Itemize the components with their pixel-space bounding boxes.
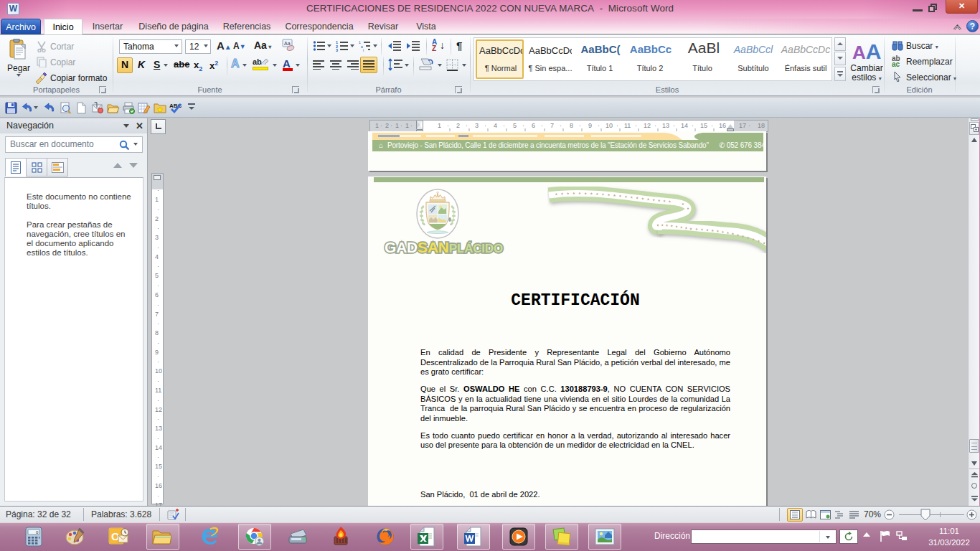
svg-text:i: i — [363, 48, 364, 52]
svg-text:3: 3 — [336, 48, 338, 52]
svg-text:Aa: Aa — [284, 41, 291, 46]
